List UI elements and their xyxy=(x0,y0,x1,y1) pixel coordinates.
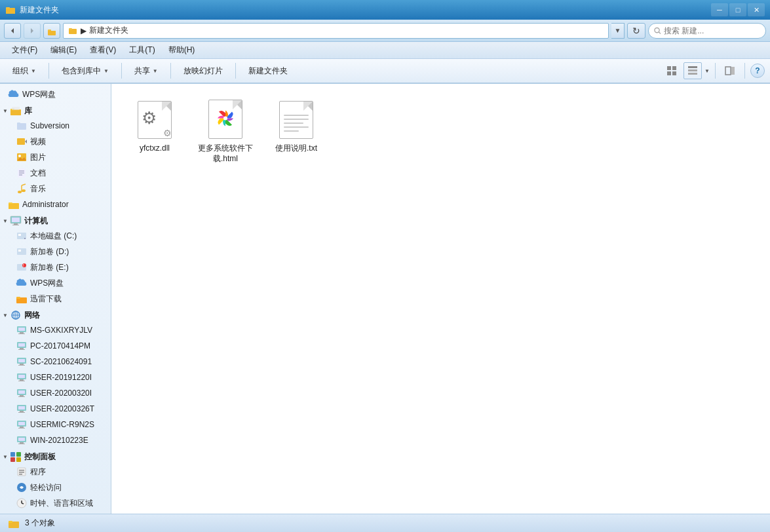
svg-rect-107 xyxy=(9,521,12,523)
address-path[interactable]: ▶ 新建文件夹 xyxy=(63,23,609,39)
pc-user1-icon xyxy=(16,371,28,383)
lib-expand-icon: ▼ xyxy=(3,108,8,114)
new-folder-button[interactable]: 新建文件夹 xyxy=(241,61,295,81)
address-dropdown[interactable]: ▼ xyxy=(611,23,625,39)
svg-rect-87 xyxy=(20,427,24,428)
sidebar-item-drive-d[interactable]: 新加卷 (D:) xyxy=(0,244,111,259)
svg-rect-66 xyxy=(18,343,25,347)
drive-d-icon xyxy=(16,246,28,257)
controlpanel-expand-icon: ▼ xyxy=(3,454,8,460)
sidebar-item-pc-ms[interactable]: MS-GXKIXRYJLV xyxy=(0,322,111,338)
back-button[interactable] xyxy=(4,23,21,39)
maximize-button[interactable]: □ xyxy=(729,3,746,16)
svg-rect-51 xyxy=(18,250,21,252)
include-in-lib-button[interactable]: 包含到库中 ▼ xyxy=(54,61,116,81)
sidebar-item-images[interactable]: 图片 xyxy=(0,149,111,165)
dll-file-name: yfctxz.dll xyxy=(140,143,170,154)
close-button[interactable]: ✕ xyxy=(748,3,765,16)
svg-rect-99 xyxy=(19,472,24,473)
svg-rect-7 xyxy=(48,31,56,35)
svg-rect-46 xyxy=(12,225,19,225)
drive-e-icon: ! xyxy=(16,261,28,273)
share-button[interactable]: 共享 ▼ xyxy=(127,61,165,81)
administrator-icon xyxy=(8,199,20,210)
menu-tools[interactable]: 工具(T) xyxy=(123,43,161,58)
svg-rect-82 xyxy=(18,406,25,409)
txt-file-name: 使用说明.txt xyxy=(275,143,317,154)
view-large-icon xyxy=(666,66,677,76)
pc-sc-icon xyxy=(16,356,28,368)
up-button[interactable] xyxy=(43,23,60,39)
sidebar-section-computer[interactable]: ▼ 计算机 xyxy=(0,212,111,228)
sidebar-section-network[interactable]: ▼ 网络 xyxy=(0,307,111,322)
toolbar-right: ▼ ? xyxy=(663,62,765,79)
minimize-button[interactable]: ─ xyxy=(711,3,728,16)
sidebar: WPS网盘 ▼ 库 Subversion xyxy=(0,84,111,514)
share-label: 共享 xyxy=(134,66,150,77)
sidebar-item-pc-pc[interactable]: PC-20170414PM xyxy=(0,338,111,354)
sidebar-item-pc-win[interactable]: WIN-20210223E xyxy=(0,432,111,448)
file-item-txt[interactable]: 使用说明.txt xyxy=(263,94,329,168)
wps-cloud-icon xyxy=(8,88,20,100)
title-bar-controls: ─ □ ✕ xyxy=(711,3,765,16)
sidebar-item-pc-sc[interactable]: SC-20210624091 xyxy=(0,354,111,370)
search-box xyxy=(648,23,766,39)
view-dropdown[interactable]: ▼ xyxy=(704,68,710,74)
sidebar-section-lib[interactable]: ▼ 库 xyxy=(0,102,111,118)
menu-bar: 文件(F) 编辑(E) 查看(V) 工具(T) 帮助(H) xyxy=(0,42,770,59)
help-button[interactable]: ? xyxy=(750,64,765,78)
preview-pane-button[interactable] xyxy=(721,62,739,79)
sidebar-item-thunder[interactable]: 迅雷下载 xyxy=(0,291,111,307)
computer-expand-icon: ▼ xyxy=(3,218,8,224)
title-bar: 新建文件夹 ─ □ ✕ xyxy=(0,0,770,20)
sidebar-section-controlpanel[interactable]: ▼ 控制面板 xyxy=(0,448,111,464)
pc-usermic-icon xyxy=(16,419,28,430)
view-details-icon xyxy=(687,66,698,76)
main-content: WPS网盘 ▼ 库 Subversion xyxy=(0,84,770,514)
sidebar-item-video[interactable]: 视频 xyxy=(0,134,111,149)
sidebar-item-wps-drive[interactable]: WPS网盘 xyxy=(0,275,111,291)
sidebar-item-docs[interactable]: 文档 xyxy=(0,165,111,181)
sidebar-item-accessibility[interactable]: 轻松访问 xyxy=(0,480,111,495)
file-item-dll[interactable]: ⚙ ⚙ yfctxz.dll xyxy=(122,94,187,168)
sidebar-item-pc-usermic[interactable]: USERMIC-R9N2S xyxy=(0,417,111,432)
sidebar-item-pc-user3[interactable]: USER-20200326T xyxy=(0,401,111,417)
sidebar-item-drive-e[interactable]: ! 新加卷 (E:) xyxy=(0,259,111,275)
sidebar-item-music[interactable]: 音乐 xyxy=(0,181,111,197)
menu-view[interactable]: 查看(V) xyxy=(83,43,123,58)
sidebar-item-administrator[interactable]: Administrator xyxy=(0,197,111,212)
network-expand-icon: ▼ xyxy=(3,313,8,318)
file-item-html[interactable]: 更多系统软件下载.html xyxy=(193,94,258,168)
svg-rect-88 xyxy=(18,428,25,428)
sidebar-item-programs[interactable]: 程序 xyxy=(0,464,111,480)
sidebar-item-pc-user1[interactable]: USER-20191220I xyxy=(0,370,111,385)
svg-rect-44 xyxy=(12,218,20,222)
svg-rect-12 xyxy=(667,66,671,70)
svg-rect-93 xyxy=(10,452,15,457)
view-large-icon-button[interactable] xyxy=(663,62,681,79)
sidebar-item-clock[interactable]: 时钟、语言和区域 xyxy=(0,495,111,511)
slideshow-button[interactable]: 放映幻灯片 xyxy=(176,61,230,81)
sidebar-item-pc-user2[interactable]: USER-20200320I xyxy=(0,385,111,401)
sidebar-item-wps-cloud[interactable]: WPS网盘 xyxy=(0,86,111,102)
organize-button[interactable]: 组织 ▼ xyxy=(5,61,43,81)
forward-button[interactable] xyxy=(24,23,41,39)
sidebar-item-drive-c[interactable]: 本地磁盘 (C:) xyxy=(0,228,111,244)
svg-rect-17 xyxy=(688,69,697,71)
new-folder-label: 新建文件夹 xyxy=(248,66,288,77)
svg-rect-2 xyxy=(6,9,15,14)
view-details-button[interactable] xyxy=(683,62,702,79)
clock-icon xyxy=(16,497,28,509)
html-file-name: 更多系统软件下载.html xyxy=(197,143,254,164)
window-folder-icon xyxy=(5,5,16,15)
menu-help[interactable]: 帮助(H) xyxy=(162,43,202,58)
refresh-button[interactable]: ↻ xyxy=(627,23,645,39)
wps-drive-icon xyxy=(16,277,28,289)
search-input[interactable] xyxy=(664,26,760,35)
svg-point-105 xyxy=(223,117,227,121)
svg-rect-42 xyxy=(9,204,19,209)
menu-edit[interactable]: 编辑(E) xyxy=(44,43,83,58)
sidebar-item-subversion[interactable]: Subversion xyxy=(0,118,111,134)
menu-file[interactable]: 文件(F) xyxy=(5,43,44,58)
pc-user2-icon xyxy=(16,387,28,399)
